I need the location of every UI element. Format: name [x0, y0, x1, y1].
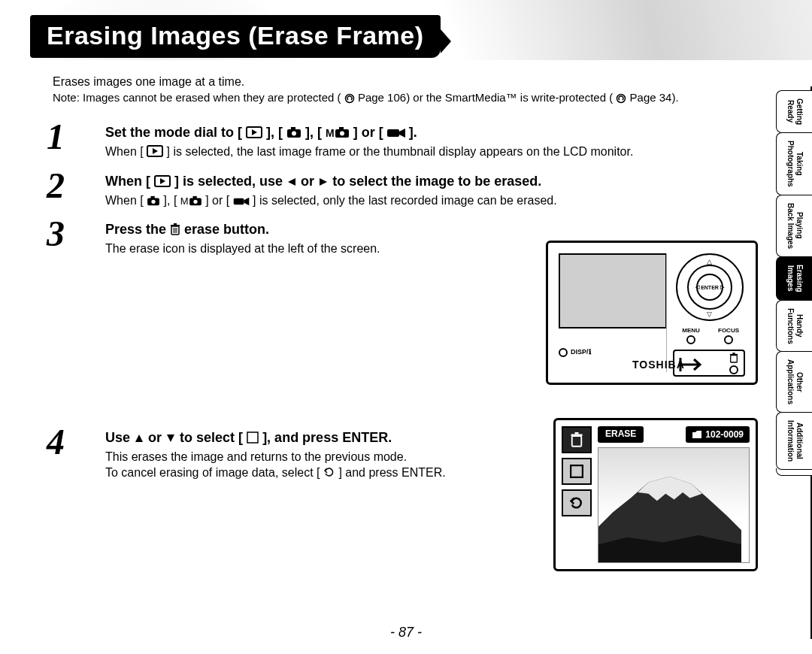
down-arrow-icon — [165, 433, 176, 444]
tab-label: Taking Photographs — [786, 141, 804, 187]
svg-rect-16 — [192, 196, 196, 199]
tab-handy-functions[interactable]: Handy Functions — [776, 300, 812, 353]
play-mode-icon — [154, 175, 171, 187]
page-ref-icon — [344, 93, 355, 104]
movie-mode-icon — [233, 197, 250, 206]
t: or — [148, 430, 165, 445]
tab-label: Handy Functions — [786, 308, 804, 344]
camera-mode-icon — [286, 126, 301, 138]
svg-rect-18 — [233, 198, 244, 204]
svg-rect-13 — [151, 196, 155, 199]
svg-rect-9 — [387, 129, 399, 137]
brand-logo: TOSHIBA — [632, 359, 685, 371]
lcd-erase-badge: ERASE — [598, 426, 644, 443]
t: When [ — [105, 194, 147, 207]
lcd-option-cancel — [562, 489, 592, 516]
tab-playing-back-images[interactable]: Playing Back Images — [776, 195, 812, 257]
svg-rect-21 — [174, 223, 177, 225]
step-number-2: 2 — [47, 168, 65, 204]
step-1-body: When [ ] is selected, the last image fra… — [105, 144, 759, 160]
svg-point-8 — [340, 132, 344, 136]
svg-rect-29 — [572, 436, 582, 447]
page-ref-icon — [616, 93, 626, 104]
trash-icon — [170, 223, 180, 235]
svg-rect-27 — [730, 354, 738, 356]
up-arrow-icon — [134, 433, 144, 444]
svg-rect-28 — [732, 353, 735, 354]
play-mode-icon — [147, 145, 163, 157]
camera-diagram: ◁ ENTER ▷ △ ▽ MENU FOCUS DISP/ℹ TOSHIBA — [546, 241, 758, 385]
t: ] is selected, only the last recorded im… — [253, 194, 557, 207]
t: ], and press ENTER. — [262, 430, 392, 445]
note-text: Note: Images cannot be erased when they … — [53, 91, 759, 104]
t: erase button. — [184, 222, 269, 237]
t: ] or [ — [353, 125, 387, 140]
focus-label: FOCUS — [718, 327, 739, 334]
tab-getting-ready[interactable]: Getting Ready — [776, 90, 812, 133]
step-2: 2 When [ ] is selected, use or to select… — [53, 174, 759, 209]
svg-rect-25 — [247, 432, 258, 443]
play-mode-icon — [246, 126, 262, 138]
page-number: - 87 - — [0, 625, 812, 640]
t: Use — [105, 430, 134, 445]
lcd-image — [598, 447, 750, 563]
t: to select the image to be erased. — [332, 174, 541, 189]
left-arrow-icon — [286, 177, 297, 187]
diagram-divider — [666, 253, 667, 372]
t: When [ — [105, 174, 154, 189]
tab-additional-information[interactable]: Additional Information — [776, 412, 812, 470]
box-icon — [570, 465, 583, 478]
svg-rect-7 — [339, 127, 344, 130]
t: ] or [ — [205, 194, 232, 207]
m-prefix: M — [326, 127, 335, 139]
t: ], [ — [266, 125, 286, 140]
cancel-return-icon — [569, 495, 584, 510]
svg-point-5 — [292, 132, 296, 136]
folder-icon — [692, 430, 702, 439]
pad-up-icon: △ — [707, 258, 712, 265]
step-1: 1 Set the mode dial to [ ], [ ], [ M ] o… — [53, 125, 759, 160]
note-part-c: Page 34). — [630, 91, 679, 104]
svg-rect-4 — [291, 127, 295, 130]
movie-mode-icon — [387, 128, 405, 138]
step-2-body: When [ ], [ M ] or [ ] is selected, only… — [105, 192, 759, 209]
tab-erasing-images[interactable]: Erasing Images — [776, 256, 812, 301]
tab-label: Getting Ready — [786, 98, 804, 125]
note-part-a: Note: Images cannot be erased when they … — [53, 91, 341, 104]
menu-button: MENU — [676, 327, 706, 344]
t: When [ — [105, 145, 147, 158]
intro-text: Erases images one image at a time. — [53, 75, 759, 89]
pad-down-icon: ▽ — [707, 310, 712, 318]
tab-label: Additional Information — [786, 420, 804, 462]
right-arrow-icon — [318, 177, 329, 187]
page-title: Erasing Images (Erase Frame) — [30, 15, 441, 58]
step-3-heading: Press the erase button. — [105, 222, 759, 238]
menu-label: MENU — [682, 327, 700, 334]
tab-other-applications[interactable]: Other Applications — [776, 351, 812, 413]
svg-rect-26 — [731, 356, 738, 362]
mountain-graphic — [598, 477, 741, 562]
svg-rect-30 — [571, 434, 583, 437]
camera-mode-icon — [147, 195, 160, 206]
svg-point-14 — [152, 199, 156, 203]
tab-label: Erasing Images — [786, 265, 804, 292]
cancel-return-icon — [323, 466, 335, 478]
counter-value: 102-0009 — [705, 429, 744, 440]
manual-camera-mode-icon — [189, 195, 202, 206]
svg-rect-20 — [171, 225, 180, 226]
t: ] is selected, the last image frame or t… — [167, 145, 634, 158]
focus-button: FOCUS — [714, 327, 744, 344]
t: Press the — [105, 222, 170, 237]
step-2-heading: When [ ] is selected, use or to select t… — [105, 174, 759, 189]
tab-label: Playing Back Images — [786, 203, 804, 249]
t: Set the mode dial to [ — [105, 125, 246, 140]
trash-icon — [570, 432, 583, 447]
t: ] is selected, use — [174, 174, 286, 189]
t: To cancel erasing of image data, select … — [105, 466, 323, 479]
tab-taking-photographs[interactable]: Taking Photographs — [776, 132, 812, 195]
note-part-b: Page 106) or the SmartMedia™ is write-pr… — [358, 91, 613, 104]
t: or — [301, 174, 318, 189]
step-1-heading: Set the mode dial to [ ], [ ], [ M ] or … — [105, 125, 759, 141]
section-tabs: Getting Ready Taking Photographs Playing… — [776, 90, 812, 476]
t: ], [ — [305, 125, 326, 140]
